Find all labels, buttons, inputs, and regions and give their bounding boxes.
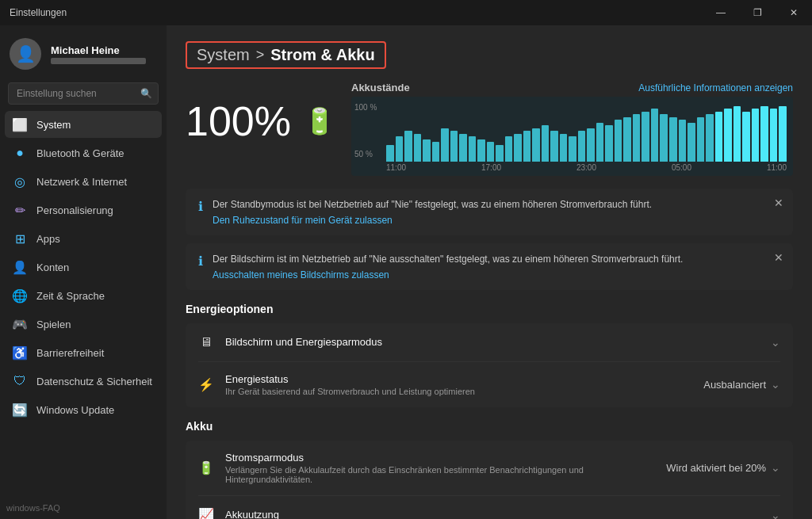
chart-bar bbox=[688, 123, 695, 162]
chart-bar bbox=[615, 120, 622, 162]
chart-bar bbox=[450, 131, 458, 162]
sidebar-item-network-label: Netzwerk & Internet bbox=[36, 176, 127, 188]
info-banner-standby: ℹ Der Standbymodus ist bei Netzbetrieb a… bbox=[186, 189, 793, 235]
sidebar-item-accessibility[interactable]: ♿ Barrierefreiheit bbox=[5, 339, 162, 366]
chart-bar bbox=[587, 128, 595, 162]
sidebar-item-personalization[interactable]: ✏ Personalisierung bbox=[5, 197, 162, 223]
page-header: System > Strom & Akku bbox=[186, 41, 793, 69]
chart-bar bbox=[432, 142, 440, 162]
info-icon-1: ℹ bbox=[198, 199, 203, 214]
minimize-button[interactable]: — bbox=[703, 0, 739, 25]
chart-bar bbox=[441, 128, 449, 162]
maximize-button[interactable]: ❐ bbox=[739, 0, 776, 25]
sidebar-item-apps[interactable]: ⊞ Apps bbox=[5, 225, 162, 252]
chart-bar bbox=[505, 136, 513, 162]
search-icon: 🔍 bbox=[140, 88, 152, 99]
chart-bar bbox=[459, 134, 467, 162]
chart-bar bbox=[578, 131, 586, 162]
sidebar-item-gaming[interactable]: 🎮 Spielen bbox=[5, 311, 162, 338]
update-icon: 🔄 bbox=[13, 403, 27, 417]
chart-y-label-100: 100 % bbox=[354, 103, 377, 112]
chart-bar bbox=[660, 114, 668, 162]
titlebar: Einstellungen — ❐ ✕ bbox=[0, 0, 812, 25]
chart-header: Akkustände Ausführliche Informationen an… bbox=[351, 82, 793, 93]
sidebar-item-system[interactable]: ⬜ System bbox=[5, 111, 162, 138]
option-card-battery: 🔋 Stromsparmodus Verlängern Sie die Akku… bbox=[186, 441, 793, 519]
chart-bar bbox=[477, 139, 485, 162]
sidebar-item-bluetooth[interactable]: ● Bluetooth & Geräte bbox=[5, 139, 162, 166]
network-icon: ◎ bbox=[13, 174, 27, 189]
section-battery-title: Akku bbox=[186, 420, 793, 433]
close-button[interactable]: ✕ bbox=[776, 0, 812, 25]
option-row-energy-status[interactable]: ⚡ Energiestatus Ihr Gerät basierend auf … bbox=[186, 362, 793, 407]
banner-1-link[interactable]: Den Ruhezustand für mein Gerät zulassen bbox=[213, 215, 652, 226]
battery-chart-row: 100% 🔋 Akkustände Ausführliche Informati… bbox=[186, 82, 793, 176]
sidebar-item-network[interactable]: ◎ Netzwerk & Internet bbox=[5, 168, 162, 195]
banner-2-link[interactable]: Ausschalten meines Bildschirms zulassen bbox=[213, 269, 683, 280]
search-input[interactable] bbox=[8, 82, 159, 105]
breadcrumb: System > Strom & Akku bbox=[186, 41, 386, 69]
main-content: System > Strom & Akku 100% 🔋 Akkustände … bbox=[167, 25, 812, 519]
banner-1-text: Der Standbymodus ist bei Netzbetrieb auf… bbox=[213, 198, 652, 212]
chart-x-label-3: 05:00 bbox=[672, 163, 691, 172]
option-card-energy: 🖥 Bildschirm und Energiesparmodus ⌄ ⚡ En… bbox=[186, 323, 793, 407]
breadcrumb-current: Strom & Akku bbox=[270, 46, 375, 64]
chart-bar bbox=[679, 120, 687, 162]
option-row-display-power[interactable]: 🖥 Bildschirm und Energiesparmodus ⌄ bbox=[186, 323, 793, 361]
chart-bar bbox=[633, 114, 641, 162]
chart-bar bbox=[752, 109, 760, 162]
info-banner-display: ℹ Der Bildschirm ist im Netzbetrieb auf … bbox=[186, 243, 793, 290]
sidebar-item-apps-label: Apps bbox=[36, 233, 60, 245]
energy-status-label: Energiestatus bbox=[225, 373, 692, 385]
chart-section: Akkustände Ausführliche Informationen an… bbox=[351, 82, 793, 176]
chart-bars bbox=[386, 106, 787, 162]
sidebar-item-bluetooth-label: Bluetooth & Geräte bbox=[36, 147, 124, 159]
battery-usage-chevron: ⌄ bbox=[771, 509, 780, 519]
accessibility-icon: ♿ bbox=[13, 345, 27, 360]
chart-bar bbox=[550, 131, 558, 162]
chart-link[interactable]: Ausführliche Informationen anzeigen bbox=[638, 82, 793, 93]
info-icon-2: ℹ bbox=[198, 254, 203, 269]
section-energy-title: Energieoptionen bbox=[186, 303, 793, 315]
sidebar-item-accounts[interactable]: 👤 Konten bbox=[5, 254, 162, 280]
battery-saver-chevron: ⌄ bbox=[771, 461, 780, 474]
app-container: 👤 Michael Heine 🔍 ⬜ System ● Bluetooth &… bbox=[0, 25, 812, 519]
battery-level-display: 100% 🔋 bbox=[186, 82, 335, 145]
sidebar-item-time[interactable]: 🌐 Zeit & Sprache bbox=[5, 282, 162, 309]
chart-bar bbox=[532, 128, 540, 162]
breadcrumb-parent: System bbox=[197, 46, 250, 64]
personalization-icon: ✏ bbox=[13, 203, 27, 217]
chart-bar bbox=[706, 114, 714, 162]
battery-saver-label: Stromsparmodus bbox=[225, 452, 655, 464]
banner-1-close[interactable]: ✕ bbox=[774, 197, 783, 209]
chart-x-label-1: 17:00 bbox=[481, 163, 501, 172]
chart-bar bbox=[697, 117, 705, 162]
chart-bar bbox=[779, 106, 787, 162]
banner-2-close[interactable]: ✕ bbox=[774, 251, 783, 264]
battery-usage-icon: 📈 bbox=[198, 507, 214, 519]
sidebar-item-update-label: Windows Update bbox=[36, 404, 114, 416]
chart-bar bbox=[623, 117, 631, 162]
chart-bar bbox=[523, 131, 531, 162]
option-row-battery-saver[interactable]: 🔋 Stromsparmodus Verlängern Sie die Akku… bbox=[186, 441, 793, 495]
apps-icon: ⊞ bbox=[13, 231, 27, 246]
chart-bar bbox=[514, 134, 522, 162]
sidebar-item-system-label: System bbox=[36, 119, 71, 131]
sidebar-nav: ⬜ System ● Bluetooth & Geräte ◎ Netzwerk… bbox=[0, 111, 167, 423]
sidebar-item-accessibility-label: Barrierefreiheit bbox=[36, 347, 104, 359]
chart-bar bbox=[542, 125, 550, 162]
energy-status-icon: ⚡ bbox=[198, 376, 214, 392]
sidebar-item-gaming-label: Spielen bbox=[36, 319, 71, 330]
chart-bar bbox=[396, 136, 404, 162]
sidebar-item-update[interactable]: 🔄 Windows Update bbox=[5, 396, 162, 423]
chart-bar bbox=[715, 112, 723, 162]
sidebar-item-privacy-label: Datenschutz & Sicherheit bbox=[36, 376, 152, 387]
app-title: Einstellungen bbox=[10, 7, 67, 18]
bluetooth-icon: ● bbox=[13, 146, 27, 160]
chart-bar bbox=[642, 112, 649, 162]
time-icon: 🌐 bbox=[13, 288, 27, 303]
battery-saver-value: Wird aktiviert bei 20% ⌄ bbox=[666, 461, 780, 474]
sidebar-item-privacy[interactable]: 🛡 Datenschutz & Sicherheit bbox=[5, 368, 162, 395]
chart-bar bbox=[404, 131, 412, 162]
option-row-battery-usage[interactable]: 📈 Akkuutzung ⌄ bbox=[186, 496, 793, 519]
